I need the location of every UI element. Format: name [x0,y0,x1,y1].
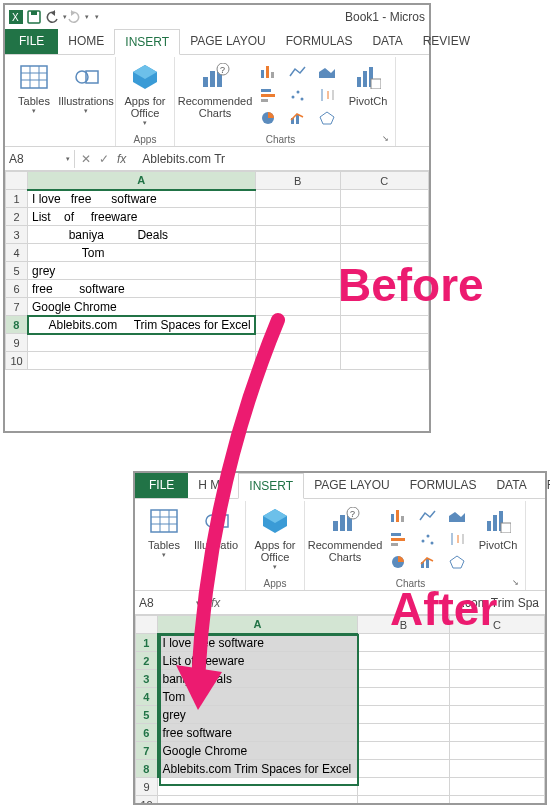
pivotchart-button[interactable]: PivotCh [475,503,521,577]
chart-pie-icon[interactable] [385,551,413,573]
cell[interactable] [358,778,450,796]
fx-icon[interactable]: fx [117,152,126,166]
cell[interactable] [255,280,340,298]
cell[interactable]: free software [158,724,358,742]
chart-stock-icon[interactable] [443,528,471,550]
cell[interactable]: I love free software [28,190,256,208]
recommended-charts-button[interactable]: ? Recommended Charts [179,59,251,133]
cell[interactable] [255,334,340,352]
cell-selected[interactable]: Ablebits.com Trim Spaces for Excel [28,316,256,334]
chart-bar-icon[interactable] [385,528,413,550]
chart-radar-icon[interactable] [443,551,471,573]
cell[interactable]: I love free software [158,634,358,652]
row-header[interactable]: 9 [136,778,158,796]
cell[interactable]: Tom [158,688,358,706]
redo-icon[interactable] [67,10,85,24]
apps-for-office-button[interactable]: Apps for Office ▾ [120,59,170,133]
col-header-a[interactable]: A [158,616,358,634]
tab-page-layout[interactable]: PAGE LAYOU [304,473,400,498]
dialog-launcher-icon[interactable]: ↘ [382,134,389,143]
cell[interactable] [358,688,450,706]
tab-review[interactable]: REVIEW [413,29,480,54]
row-header[interactable]: 2 [6,208,28,226]
cell[interactable] [449,706,544,724]
cell[interactable]: grey [28,262,256,280]
cell[interactable]: Tom [28,244,256,262]
row-header[interactable]: 10 [6,352,28,370]
dialog-launcher-icon[interactable]: ↘ [512,578,519,587]
chart-combo-icon[interactable] [284,107,312,129]
cell[interactable] [358,724,450,742]
cell[interactable] [28,334,256,352]
cell[interactable] [158,778,358,796]
chart-area-icon[interactable] [443,505,471,527]
cell[interactable] [255,190,340,208]
col-header-a[interactable]: A [28,172,256,190]
row-header[interactable]: 1 [6,190,28,208]
row-header[interactable]: 9 [6,334,28,352]
row-header[interactable]: 1 [136,634,158,652]
cell[interactable] [449,724,544,742]
cancel-icon[interactable]: ✕ [81,152,91,166]
chart-area-icon[interactable] [313,61,341,83]
chart-line-icon[interactable] [414,505,442,527]
cell[interactable] [255,244,340,262]
tab-formulas[interactable]: FORMULAS [276,29,363,54]
row-header[interactable]: 4 [136,688,158,706]
cell[interactable] [340,352,428,370]
cell[interactable]: Google Chrome [158,742,358,760]
cell[interactable]: baniya Deals [158,670,358,688]
row-header[interactable]: 7 [136,742,158,760]
cell[interactable] [449,778,544,796]
cell[interactable] [340,316,428,334]
cell[interactable] [358,796,450,804]
cell[interactable] [449,634,544,652]
illustrations-button[interactable]: Illustrations ▾ [61,59,111,146]
cell[interactable] [449,760,544,778]
cell[interactable] [449,742,544,760]
tab-insert[interactable]: INSERT [238,473,304,499]
cell[interactable]: grey [158,706,358,724]
row-header[interactable]: 2 [136,652,158,670]
chart-scatter-icon[interactable] [284,84,312,106]
cell[interactable]: Ablebits.com Trim Spaces for Excel [158,760,358,778]
cell[interactable]: List of freeware [28,208,256,226]
cell[interactable]: baniya Deals [28,226,256,244]
cell[interactable] [340,190,428,208]
row-header[interactable]: 5 [6,262,28,280]
save-icon[interactable] [27,10,45,24]
row-header[interactable]: 3 [136,670,158,688]
formula-value[interactable]: Ablebits.com Tr [134,152,423,166]
row-header[interactable]: 3 [6,226,28,244]
chart-line-icon[interactable] [284,61,312,83]
cell[interactable] [358,760,450,778]
cell[interactable] [449,670,544,688]
redo-dropdown-icon[interactable]: ▾ [85,13,89,21]
cell[interactable] [255,352,340,370]
tab-home[interactable]: H ME [188,473,238,498]
tab-insert[interactable]: INSERT [114,29,180,55]
cell[interactable] [255,298,340,316]
cell[interactable] [255,208,340,226]
qat-customize-icon[interactable]: ▾ [95,13,99,21]
illustrations-button[interactable]: Illustratio ▾ [191,503,241,590]
cell[interactable] [358,742,450,760]
row-header[interactable]: 8 [136,760,158,778]
chart-pie-icon[interactable] [255,107,283,129]
tab-home[interactable]: HOME [58,29,114,54]
row-header[interactable]: 10 [136,796,158,804]
row-header[interactable]: 6 [136,724,158,742]
cell[interactable] [255,316,340,334]
cell[interactable] [340,334,428,352]
col-header-b[interactable]: B [255,172,340,190]
row-header[interactable]: 7 [6,298,28,316]
enter-icon[interactable]: ✓ [99,152,109,166]
chart-column-icon[interactable] [385,505,413,527]
row-header[interactable]: 8 [6,316,28,334]
cell[interactable] [449,652,544,670]
recommended-charts-button[interactable]: ? Recommended Charts [309,503,381,577]
name-box[interactable]: A8 ▾ [135,594,205,612]
fx-icon[interactable]: fx [211,596,220,610]
cell[interactable] [158,796,358,804]
tables-button[interactable]: Tables ▾ [139,503,189,590]
